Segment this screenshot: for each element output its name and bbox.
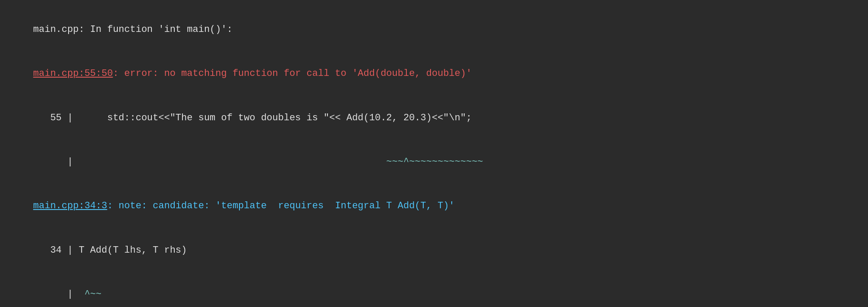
text-segment: : note: candidate:	[107, 200, 215, 211]
text-segment: |	[33, 157, 387, 167]
compiler-line-1: main.cpp: In function 'int main()':	[10, 8, 858, 52]
text-segment: : error: no matching function for call t…	[113, 68, 352, 79]
compiler-line-3: 55 | std::cout<<"The sum of two doubles …	[10, 96, 858, 140]
compiler-line-2: main.cpp:55:50: error: no matching funct…	[10, 52, 858, 96]
text-segment: main.cpp: In function	[33, 24, 158, 35]
file-location-link[interactable]: main.cpp:55:50	[33, 68, 113, 79]
text-segment: |	[33, 289, 85, 300]
text-segment: 55 | std::cout<<"The sum of two doubles …	[33, 113, 472, 123]
tilde-marker: ^~~	[85, 289, 102, 300]
text-segment: 'int main()':	[158, 24, 233, 35]
tilde-marker: ~~~^~~~~~~~~~~~~~	[386, 157, 483, 167]
compiler-line-4: | ~~~^~~~~~~~~~~~~~	[10, 140, 858, 184]
compiler-line-7: | ^~~	[10, 273, 858, 307]
text-segment: 'Add(double, double)'	[352, 68, 472, 79]
terminal-output: main.cpp: In function 'int main()': main…	[10, 8, 858, 307]
compiler-line-5: main.cpp:34:3: note: candidate: 'templat…	[10, 184, 858, 228]
text-segment: 'template requires Integral T Add(T, T)'	[215, 200, 455, 211]
compiler-line-6: 34 | T Add(T lhs, T rhs)	[10, 228, 858, 272]
text-segment: 34 | T Add(T lhs, T rhs)	[33, 245, 187, 256]
file-location-link[interactable]: main.cpp:34:3	[33, 200, 107, 211]
